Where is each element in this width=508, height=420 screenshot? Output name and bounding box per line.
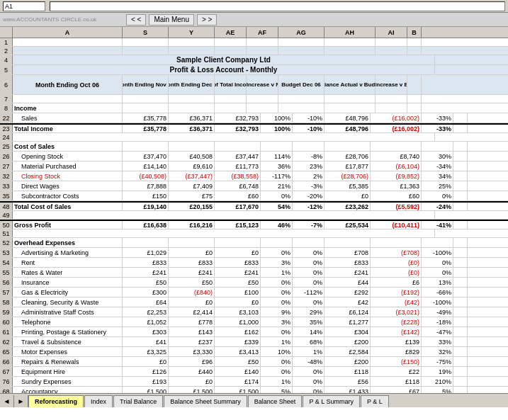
total-income-pct: 100% [261, 125, 293, 132]
opening-stock-label: Opening Stock [13, 152, 123, 161]
total-cos-label: Total Cost of Sales [13, 203, 123, 210]
toolbar: www.ACCOUNTANTS CIRCLE.co.uk < < Main Me… [0, 13, 508, 27]
formula-bar[interactable] [50, 1, 505, 11]
row-sundry: 76 Sundry Expenses £193 £0 £174 1% 0% £5… [0, 377, 508, 387]
total-income-oct: £35,778 [123, 125, 169, 132]
col-header-ah: AH [324, 27, 376, 38]
total-income-budget: £48,796 [324, 125, 371, 132]
total-income-nov: £36,371 [169, 125, 215, 132]
row-admin-staff: 59 Administrative Staff Costs £2,253 £2,… [0, 307, 508, 317]
row-4-company: 4 Sample Client Company Ltd [0, 55, 508, 65]
column-headers: A S Y AE AF AG AH AI B [0, 27, 508, 38]
row-rates: 55 Rates & Water £241 £241 £241 1% 0% £2… [0, 268, 508, 278]
direct-wages-label: Direct Wages [13, 181, 123, 191]
col-label-a: Month Ending Oct 06 [13, 75, 123, 94]
col-header-s: S [123, 27, 169, 38]
col-header-ai: AI [376, 27, 407, 38]
row-blank-24: 24 [0, 133, 508, 142]
col-label-ae: % of Total Income [215, 75, 247, 94]
col-label-ah: Variance Actual v Budget [324, 75, 376, 94]
tab-reforecasting[interactable]: Reforecasting [28, 395, 84, 407]
gas-label: Gas & Electricity [13, 288, 123, 297]
table-area: 1 2 4 Sample Client Comp [0, 38, 508, 393]
telephone-label: Telephone [13, 317, 123, 327]
gross-profit-label: Gross Profit [13, 221, 123, 229]
row-motor: 65 Motor Expenses £3,325 £3,330 £3,413 1… [0, 347, 508, 357]
col-label-ag: Budget Dec 06 [278, 75, 324, 94]
tab-balance-sheet-summary[interactable]: Balance Sheet Summary [164, 395, 247, 407]
row-equipment-hire: 67 Equipment Hire £126 £440 £140 0% 0% £… [0, 367, 508, 377]
row-cos-header: 25 Cost of Sales [0, 142, 508, 152]
forward-button[interactable]: > > [197, 14, 217, 25]
sheet-tabs: ◄ ► Reforecasting Index Trial Balance Ba… [0, 393, 508, 407]
tab-scroll-right[interactable]: ► [14, 395, 28, 407]
row-5-report: 5 Profit & Loss Account - Monthly [0, 65, 508, 75]
subcontractor-label: Subcontractor Costs [13, 191, 123, 200]
insurance-label: Insurance [13, 278, 123, 287]
col-header-b: B [407, 27, 422, 38]
tab-trial-balance[interactable]: Trial Balance [113, 395, 163, 407]
tab-balance-sheet[interactable]: Balance Sheet [248, 395, 303, 407]
col-label-y: Month Ending Dec 06 [169, 75, 215, 94]
row-direct-wages: 33 Direct Wages £7,888 £7,409 £6,748 21%… [0, 181, 508, 191]
row-num-header [0, 27, 13, 38]
accountancy-label: Accountancy [13, 387, 123, 393]
tab-scroll-left[interactable]: ◄ [0, 395, 14, 407]
row-insurance: 56 Insurance £50 £50 £50 0% 0% £44 £6 13… [0, 278, 508, 288]
col-label-ai: %age Increase v Budget [376, 75, 407, 94]
row-gross-profit: 50 Gross Profit £16,638 £16,216 £15,123 … [0, 220, 508, 229]
row-total-income: 23 Total Income £35,778 £36,371 £32,793 … [0, 123, 508, 133]
row-blank-49: 49 [0, 211, 508, 220]
report-title: Profit & Loss Account - Monthly [13, 65, 435, 74]
cos-label: Cost of Sales [13, 142, 123, 151]
row-2: 2 [0, 47, 508, 55]
row-repairs: 66 Repairs & Renewals £0 £96 £50 0% -48%… [0, 357, 508, 367]
sales-var: (£16,002) [371, 113, 422, 123]
row-sales: 22 Sales £35,778 £36,371 £32,793 100% -1… [0, 113, 508, 123]
row-7: 7 [0, 95, 508, 103]
row-income-header: 8 Income [0, 103, 508, 113]
sales-label: Sales [13, 113, 123, 123]
row-opening-stock: 26 Opening Stock £37,470 £40,508 £37,447… [0, 152, 508, 161]
row-total-cos: 48 Total Cost of Sales £19,140 £20,155 £… [0, 201, 508, 211]
logo-area: www.ACCOUNTANTS CIRCLE.co.uk [3, 16, 123, 23]
col-label-af: %age Increase v Nov 06 [247, 75, 278, 94]
total-income-dec: £32,793 [215, 125, 261, 132]
cleaning-label: Cleaning, Security & Waste [13, 297, 123, 307]
material-label: Material Purchased [13, 161, 123, 171]
row-subcontractor: 35 Subcontractor Costs £150 £75 £60 0% -… [0, 191, 508, 201]
tab-pl[interactable]: P & L [361, 395, 389, 407]
sales-budget: £48,796 [324, 113, 371, 123]
col-header-ag: AG [278, 27, 324, 38]
col-header-a: A [13, 27, 123, 38]
row-travel: 62 Travel & Subsistence £41 £237 £339 1%… [0, 337, 508, 347]
cell-ref[interactable]: A1 [3, 1, 45, 11]
sales-pct-budget: -33% [422, 113, 453, 123]
main-menu-button[interactable]: Main Menu [149, 14, 193, 25]
row-1: 1 [0, 38, 508, 47]
logo-url: www.ACCOUNTANTS CIRCLE.co.uk [3, 16, 96, 23]
overhead-label: Overhead Expenses [13, 238, 123, 247]
back-button[interactable]: < < [126, 14, 146, 25]
advertising-label: Advertising & Marketing [13, 248, 123, 257]
sales-oct: £35,778 [123, 113, 169, 123]
row-6-subheaders: 6 Month Ending Oct 06 Month Ending Nov 0… [0, 75, 508, 95]
col-label-s: Month Ending Nov 06 [123, 75, 169, 94]
total-income-label: Total Income [13, 125, 123, 132]
row-telephone: 60 Telephone £1,052 £778 £1,000 3% 35% £… [0, 317, 508, 327]
col-header-ae: AE [215, 27, 247, 38]
total-income-var: (£16,002) [371, 125, 422, 132]
row-printing: 61 Printing, Postage & Stationery £303 £… [0, 327, 508, 337]
tab-index[interactable]: Index [84, 395, 113, 407]
row-accountancy: 68 Accountancy £1,500 £1,500 £1,500 5% 0… [0, 387, 508, 393]
total-income-pct-b: -33% [422, 125, 453, 132]
sundry-label: Sundry Expenses [13, 377, 123, 386]
row-overhead-header: 52 Overhead Expenses [0, 238, 508, 248]
tab-pl-summary[interactable]: P & L Summary [303, 395, 360, 407]
row-gas: 57 Gas & Electricity £300 (£840) £100 0%… [0, 288, 508, 297]
total-income-inc: -10% [293, 125, 324, 132]
col-header-y: Y [169, 27, 215, 38]
row-rent: 54 Rent £833 £833 £833 3% 0% £833 (£0) 0… [0, 258, 508, 268]
motor-label: Motor Expenses [13, 347, 123, 356]
repairs-label: Repairs & Renewals [13, 357, 123, 366]
